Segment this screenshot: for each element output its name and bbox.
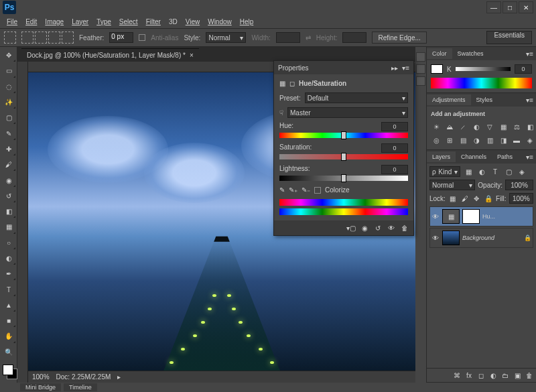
hue-slider[interactable] (279, 133, 408, 138)
toggle-visibility-icon[interactable]: 👁 (387, 223, 396, 233)
tab-channels[interactable]: Channels (456, 151, 492, 162)
dock-icon-actions[interactable] (416, 64, 425, 74)
adj-invert-icon[interactable]: ◑ (471, 135, 482, 145)
adj-brightness-icon[interactable]: ☀ (431, 121, 442, 132)
adj-colorlookup-icon[interactable]: ▤ (458, 135, 468, 145)
menu-filter[interactable]: Filter (146, 18, 161, 25)
tab-swatches[interactable]: Swatches (452, 48, 489, 59)
layer-name[interactable]: Hu... (482, 213, 495, 220)
new-adj-layer-icon[interactable]: ◐ (488, 371, 498, 380)
lock-transparency-icon[interactable]: ▦ (448, 193, 458, 204)
link-layers-icon[interactable]: ⌘ (452, 371, 462, 380)
brush-tool[interactable]: 🖌 (1, 157, 16, 172)
layer-background[interactable]: 👁 Background 🔒 (429, 228, 533, 248)
tab-layers[interactable]: Layers (427, 151, 456, 162)
menu-help[interactable]: Help (240, 18, 254, 25)
lightness-input[interactable]: 0 (381, 165, 408, 174)
move-tool[interactable]: ✥ (1, 48, 16, 62)
adj-bw-icon[interactable]: ◧ (525, 121, 535, 132)
visibility-icon[interactable]: 👁 (431, 234, 440, 242)
menu-3d[interactable]: 3D (169, 18, 178, 25)
hand-tool[interactable]: ✋ (1, 329, 16, 343)
lightness-slider[interactable] (279, 176, 408, 181)
lasso-tool[interactable]: ◌ (1, 80, 16, 94)
menu-window[interactable]: Window (208, 18, 232, 25)
fill-input[interactable]: 100% (509, 193, 533, 204)
adj-selective-icon[interactable]: ◈ (525, 135, 535, 145)
dock-icon-info[interactable] (416, 76, 425, 86)
maximize-button[interactable]: □ (503, 1, 517, 13)
adj-thumb-icon[interactable]: ▦ (442, 209, 460, 224)
color-swatch[interactable] (431, 64, 443, 74)
properties-menu-icon[interactable]: ▾≡ (402, 64, 409, 72)
visibility-icon[interactable]: 👁 (431, 212, 440, 220)
filter-pixel-icon[interactable]: ▦ (463, 166, 474, 177)
type-tool[interactable]: T (1, 282, 16, 296)
adj-colorbalance-icon[interactable]: ⚖ (511, 121, 522, 132)
document-tab[interactable]: Dock.jpg @ 100% (Hue/Saturation 1, Layer… (21, 48, 199, 62)
adj-exposure-icon[interactable]: ◐ (471, 121, 482, 132)
marquee-add-icon[interactable] (35, 31, 47, 44)
path-select-tool[interactable]: ▲ (1, 298, 16, 312)
zoom-readout[interactable]: 100% (32, 373, 50, 381)
lock-all-icon[interactable]: 🔒 (484, 193, 493, 204)
adjustments-panel-menu-icon[interactable]: ▾≡ (523, 96, 536, 104)
eraser-tool[interactable]: ◧ (1, 204, 16, 218)
saturation-slider[interactable] (279, 154, 408, 159)
menu-select[interactable]: Select (119, 18, 138, 25)
layer-fx-icon[interactable]: fx (464, 371, 474, 380)
feather-input[interactable]: 0 px (109, 32, 133, 43)
layer-name[interactable]: Background (462, 235, 494, 241)
dodge-tool[interactable]: ◐ (1, 251, 16, 265)
blur-tool[interactable]: ○ (1, 236, 16, 250)
color-panel-menu-icon[interactable]: ▾≡ (523, 50, 536, 58)
lock-pixels-icon[interactable]: 🖌 (460, 193, 470, 204)
pen-tool[interactable]: ✒ (1, 267, 16, 281)
adj-photofilter-icon[interactable]: ◎ (431, 135, 442, 145)
delete-layer-icon[interactable]: 🗑 (525, 371, 534, 380)
ruler-vertical[interactable] (17, 62, 28, 383)
tool-preset-icon[interactable] (4, 31, 16, 44)
stamp-tool[interactable]: ◉ (1, 173, 16, 187)
eyedropper-icon[interactable]: ✎ (279, 186, 285, 194)
blend-mode-select[interactable]: Normal▾ (429, 180, 475, 190)
properties-collapse-icon[interactable]: ▸▸ (391, 64, 398, 72)
style-select[interactable]: Normal▾ (206, 32, 246, 43)
tab-styles[interactable]: Styles (471, 94, 498, 105)
targeted-adj-icon[interactable]: ☟ (279, 109, 283, 117)
adj-posterize-icon[interactable]: ▥ (484, 135, 495, 145)
eyedropper-tool[interactable]: ✎ (1, 126, 16, 140)
saturation-input[interactable]: 0 (381, 143, 408, 153)
menu-layer[interactable]: Layer (72, 18, 88, 25)
dock-icon-history[interactable] (416, 52, 425, 62)
view-previous-icon[interactable]: ◉ (360, 223, 369, 233)
mask-mode-icon[interactable]: ◻ (289, 80, 295, 87)
new-layer-icon[interactable]: ▣ (513, 371, 522, 380)
hue-input[interactable]: 0 (381, 122, 408, 131)
marquee-int-icon[interactable] (62, 31, 74, 44)
opacity-input[interactable]: 100% (505, 180, 533, 190)
eyedropper-sub-icon[interactable]: ✎₋ (302, 186, 310, 194)
layer-filter-select[interactable]: ρKind▾ (429, 166, 460, 177)
tab-paths[interactable]: Paths (492, 151, 518, 162)
history-brush-tool[interactable]: ↺ (1, 189, 16, 203)
fg-color-swatch[interactable] (3, 365, 13, 375)
filter-smart-icon[interactable]: ◈ (517, 166, 527, 177)
marquee-rect-icon[interactable] (21, 31, 34, 44)
close-button[interactable]: ✕ (519, 1, 533, 13)
marquee-sub-icon[interactable] (48, 31, 60, 44)
crop-tool[interactable]: ▢ (1, 111, 16, 125)
filter-adj-icon[interactable]: ◐ (476, 166, 487, 177)
doc-size-readout[interactable]: Doc: 2.25M/2.25M (56, 373, 111, 381)
zoom-tool[interactable]: 🔍 (1, 345, 16, 359)
eyedropper-add-icon[interactable]: ✎₊ (289, 186, 297, 194)
gradient-tool[interactable]: ▦ (1, 220, 16, 234)
new-group-icon[interactable]: 🗀 (500, 371, 510, 380)
lock-position-icon[interactable]: ✥ (472, 193, 481, 204)
filter-type-icon[interactable]: T (490, 166, 500, 177)
menu-type[interactable]: Type (96, 18, 111, 25)
range-select[interactable]: Master▾ (287, 107, 408, 118)
layer-hue-saturation[interactable]: 👁 ▦ Hu... (429, 206, 533, 226)
menu-edit[interactable]: Edit (25, 18, 37, 25)
adj-levels-icon[interactable]: ⛰ (444, 121, 455, 132)
